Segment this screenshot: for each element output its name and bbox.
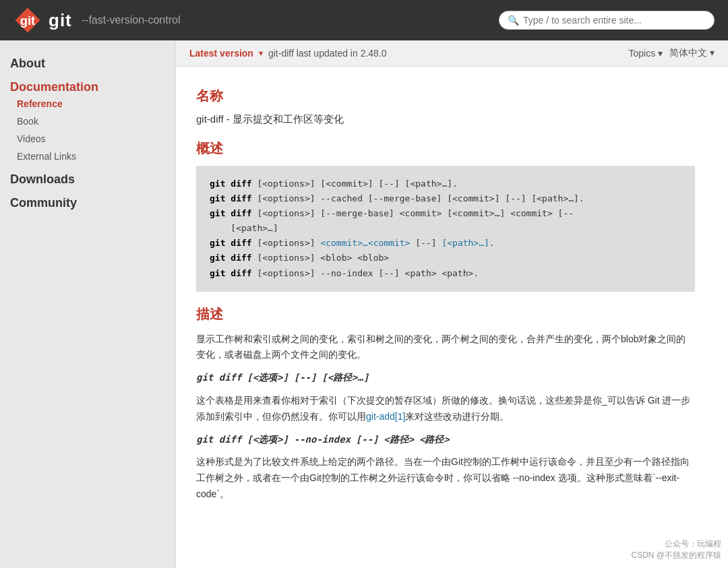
cmd1-sep: [--] — [294, 372, 317, 383]
code-line-6: git diff [<options>] --no-index [--] <pa… — [210, 266, 681, 281]
svg-text:git: git — [20, 13, 36, 28]
cmd1-pre: git diff — [196, 372, 241, 383]
language-arrow: ▾ — [710, 47, 715, 58]
sidebar-link-videos[interactable]: Videos — [10, 132, 165, 146]
desc-cmd2-line: git diff [<选项>] --no-index [--] <路径> <路径… — [196, 432, 695, 448]
sidebar-link-downloads[interactable]: Downloads — [10, 170, 165, 189]
cmd2-path1: <路径> — [384, 434, 414, 445]
section-name-heading: 名称 — [196, 87, 695, 105]
search-input[interactable] — [523, 15, 706, 26]
topbar: Latest version ▾ git-diff last updated i… — [176, 40, 728, 67]
language-button[interactable]: 简体中文 ▾ — [669, 47, 715, 59]
sidebar-item-about[interactable]: About — [10, 54, 165, 73]
cmd2-pre: git diff — [196, 434, 241, 445]
sidebar-link-book[interactable]: Book — [10, 115, 165, 128]
topics-button[interactable]: Topics ▾ — [629, 48, 663, 59]
code-line-2: git diff [<options>] --cached [--merge-b… — [210, 191, 681, 206]
topbar-right: Topics ▾ 简体中文 ▾ — [629, 47, 715, 59]
language-label: 简体中文 — [669, 47, 707, 58]
main-content: Latest version ▾ git-diff last updated i… — [175, 40, 728, 568]
sidebar-link-reference[interactable]: Reference — [10, 97, 165, 111]
sidebar-item-documentation: Documentation Reference Book Videos Exte… — [10, 77, 165, 163]
site-title: git — [49, 10, 72, 31]
cmd1-path: [<路径>…] — [322, 372, 369, 383]
sidebar-item-videos[interactable]: Videos — [10, 132, 165, 146]
topbar-info: git-diff last updated in 2.48.0 — [268, 48, 387, 59]
cmd2-flag: --no-index — [294, 434, 351, 445]
desc-cmd1-line: git diff [<选项>] [--] [<路径>…] — [196, 370, 695, 386]
sidebar-item-downloads[interactable]: Downloads — [10, 170, 165, 189]
sidebar-link-community[interactable]: Community — [10, 193, 165, 213]
code-line-4: git diff [<options>] <commit>…<commit> [… — [210, 236, 681, 251]
site-subtitle: --fast-version-control — [82, 14, 181, 26]
topics-label: Topics — [629, 48, 656, 59]
code-line-1: git diff [<options>] [<commit>] [--] [<p… — [210, 177, 681, 191]
cmd2-path2: <路径> — [419, 434, 450, 445]
search-icon: 🔍 — [508, 15, 519, 26]
code-line-5: git diff [<options>] <blob> <blob> — [210, 251, 681, 265]
git-logo-icon: git — [13, 6, 42, 34]
cmd2-opts: [<选项>] — [247, 434, 289, 445]
code-line-3: git diff [<options>] [--merge-base] <com… — [210, 206, 681, 221]
sidebar-link-external-links[interactable]: External Links — [10, 150, 165, 163]
sidebar-item-community[interactable]: Community — [10, 193, 165, 213]
description-paragraph-3: 这种形式是为了比较文件系统上给定的两个路径。当在一个由Git控制的工作树中运行该… — [196, 454, 695, 502]
header: git git --fast-version-control 🔍 — [0, 0, 728, 40]
name-text: git-diff - 显示提交和工作区等变化 — [196, 113, 695, 126]
layout: About Documentation Reference Book Video… — [0, 40, 728, 568]
sidebar-link-about[interactable]: About — [10, 54, 165, 73]
sidebar-item-reference[interactable]: Reference — [10, 97, 165, 111]
sidebar-link-documentation[interactable]: Documentation — [10, 77, 165, 97]
sidebar-item-book[interactable]: Book — [10, 115, 165, 128]
sidebar: About Documentation Reference Book Video… — [0, 40, 175, 568]
topics-arrow: ▾ — [658, 48, 663, 59]
description-paragraph-2: 这个表格是用来查看你相对于索引（下次提交的暂存区域）所做的修改。换句话说，这些差… — [196, 393, 695, 425]
sidebar-item-external-links[interactable]: External Links — [10, 150, 165, 163]
git-add-link[interactable]: git-add[1] — [366, 411, 405, 422]
content-area: 名称 git-diff - 显示提交和工作区等变化 概述 git diff [<… — [176, 67, 715, 523]
search-box[interactable]: 🔍 — [499, 11, 715, 30]
section-description-heading: 描述 — [196, 305, 695, 323]
code-line-3b: [<path>…] — [210, 221, 681, 236]
synopsis-code-block: git diff [<options>] [<commit>] [--] [<p… — [196, 166, 695, 292]
cmd1-opts: [<选项>] — [247, 372, 289, 383]
version-dropdown-arrow: ▾ — [259, 49, 263, 58]
cmd2-sep: [--] — [356, 434, 379, 445]
section-synopsis-heading: 概述 — [196, 139, 695, 158]
latest-version-button[interactable]: Latest version — [189, 48, 253, 59]
description-paragraph-1: 显示工作树和索引或树之间的变化，索引和树之间的变化，两个树之间的变化，合并产生的… — [196, 332, 695, 364]
